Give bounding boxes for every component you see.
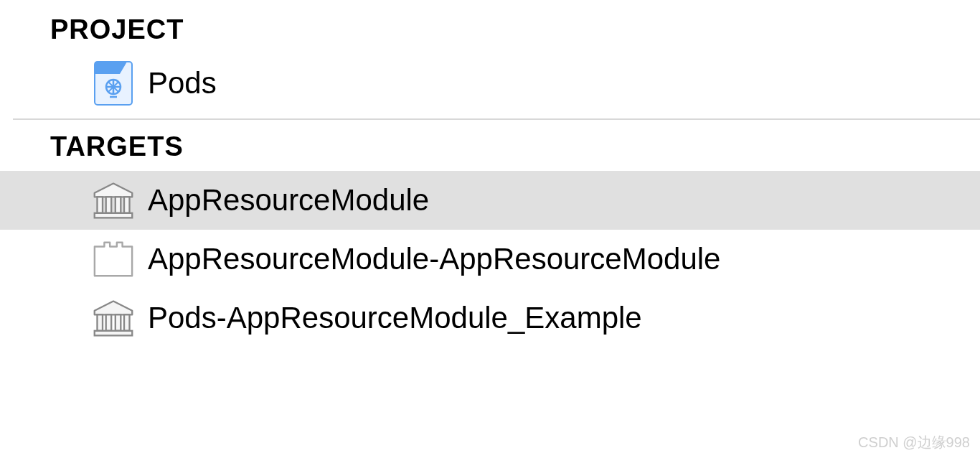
bundle-icon — [92, 238, 135, 281]
library-icon — [92, 296, 135, 340]
svg-rect-11 — [95, 331, 133, 336]
svg-rect-8 — [106, 314, 112, 331]
svg-rect-9 — [116, 314, 121, 331]
svg-rect-10 — [124, 314, 130, 331]
target-item-label: AppResourceModule — [148, 183, 429, 218]
project-heading: PROJECT — [0, 6, 980, 54]
svg-rect-6 — [95, 213, 133, 218]
svg-rect-4 — [116, 197, 121, 213]
library-icon — [92, 179, 135, 222]
svg-rect-3 — [106, 197, 112, 213]
svg-rect-2 — [98, 197, 103, 213]
target-item-label: Pods-AppResourceModule_Example — [148, 301, 642, 335]
svg-rect-5 — [124, 197, 130, 213]
project-item-pods[interactable]: Pods — [0, 54, 980, 113]
target-item-pods-example[interactable]: Pods-AppResourceModule_Example — [0, 289, 980, 347]
watermark: CSDN @边缘998 — [858, 433, 970, 452]
target-item-appresourcemodule[interactable]: AppResourceModule — [0, 171, 980, 230]
targets-heading: TARGETS — [0, 123, 980, 171]
svg-rect-7 — [98, 314, 103, 331]
project-item-label: Pods — [148, 66, 217, 101]
pods-project-icon — [92, 62, 135, 105]
target-item-label: AppResourceModule-AppResourceModule — [148, 242, 720, 276]
divider — [13, 118, 980, 120]
target-item-bundle[interactable]: AppResourceModule-AppResourceModule — [0, 230, 980, 289]
